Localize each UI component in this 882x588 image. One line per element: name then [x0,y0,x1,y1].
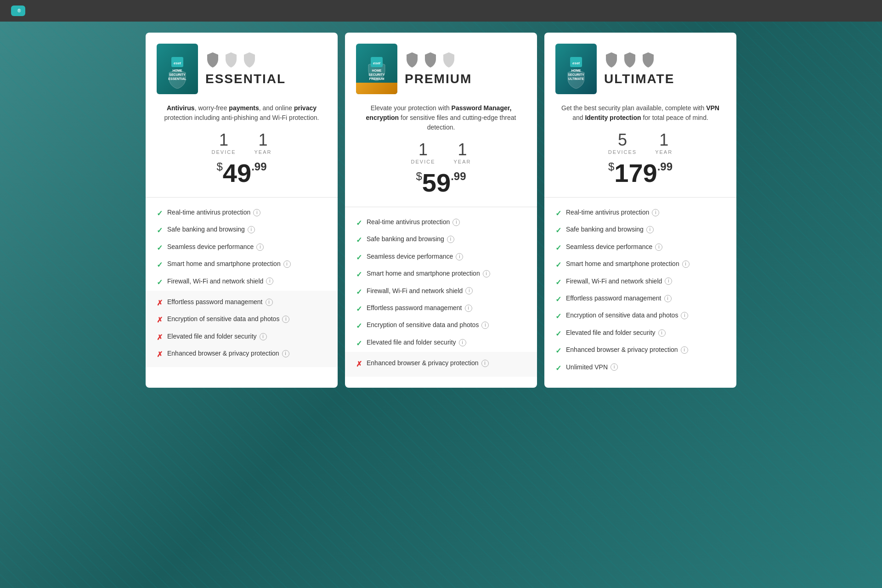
check-icon: ✓ [157,260,163,270]
info-icon[interactable]: i [282,316,289,323]
check-icon: ✓ [555,311,561,322]
device-year-row: 5 DEVICES 1 YEAR [555,132,725,155]
info-icon[interactable]: i [665,277,672,285]
feature-item: ✓ Encryption of sensitive data and photo… [555,308,725,325]
info-icon[interactable]: i [681,346,688,354]
info-icon[interactable]: i [248,226,255,233]
feature-item: ✓ Real-time antivirus protection i [555,205,725,222]
info-icon[interactable]: i [465,305,472,312]
shield-icons [604,51,725,68]
feature-item: ✓ Real-time antivirus protection i [157,205,327,222]
plan-card-ultimate: eset HOMESECURITYULTIMATE ULTIMATE Get t… [544,33,736,388]
devices-count: 1 [411,141,435,158]
feature-text: Unlimited VPN i [566,363,618,372]
features-included: ✓ Real-time antivirus protection i ✓ Saf… [356,215,526,352]
info-icon[interactable]: i [652,209,659,216]
feature-item: ✓ Firewall, Wi-Fi and network shield i [356,283,526,300]
check-icon: ✓ [157,226,163,236]
feature-text: Smart home and smartphone protection i [566,260,690,269]
feature-text-excluded: Enhanced browser & privacy protection i [167,349,289,358]
feature-text: Safe banking and browsing i [566,225,654,234]
info-icon[interactable]: i [481,360,489,367]
price-main: 49 [223,158,251,187]
features-included: ✓ Real-time antivirus protection i ✓ Saf… [555,205,725,377]
info-icon[interactable]: i [664,295,672,302]
device-year-row: 1 DEVICE 1 YEAR [157,132,327,155]
feature-item: ✓ Elevated file and folder security i [356,335,526,352]
year-item: 1 YEAR [254,132,272,155]
info-icon[interactable]: i [283,260,291,268]
info-icon[interactable]: i [260,333,267,340]
check-icon: ✓ [555,363,561,373]
feature-item: ✓ Firewall, Wi-Fi and network shield i [555,274,725,291]
check-icon: ✓ [555,226,561,236]
eset-logo: ® [11,6,25,16]
year-count: 1 [254,132,272,148]
feature-item-excluded: ✗ Effortless password management i [157,294,327,311]
info-icon[interactable]: i [483,270,490,277]
check-icon: ✓ [356,235,362,245]
feature-item: ✓ Seamless device performance i [157,239,327,256]
feature-text-excluded: Enhanced browser & privacy protection i [367,359,489,368]
plans-container: eset HOMESECURITYESSENTIAL ESSENTIAL Ant… [131,22,751,399]
site-header: ® [0,0,882,22]
check-icon: ✓ [555,329,561,339]
check-icon: ✓ [555,209,561,219]
check-icon: ✓ [356,304,362,314]
divider [544,197,736,198]
cross-icon: ✗ [356,359,362,369]
info-icon[interactable]: i [282,350,289,357]
check-icon: ✓ [555,243,561,253]
check-icon: ✓ [356,218,362,228]
product-box-essential: eset HOMESECURITYESSENTIAL [157,44,198,94]
info-icon[interactable]: i [682,260,690,268]
info-icon[interactable]: i [447,236,454,243]
price-row: $59.99 [356,170,526,196]
year-label: YEAR [454,159,471,164]
info-icon[interactable]: i [658,329,666,337]
feature-text: Seamless device performance i [367,252,463,261]
check-icon: ✓ [157,209,163,219]
feature-item: ✓ Effortless password management i [555,291,725,308]
plan-name: PREMIUM [405,72,526,86]
info-icon[interactable]: i [452,219,460,226]
info-icon[interactable]: i [611,363,618,371]
feature-item-excluded: ✗ Encryption of sensitive data and photo… [157,311,327,328]
feature-text: Seamless device performance i [566,243,662,252]
cross-icon: ✗ [157,298,163,308]
info-icon[interactable]: i [266,299,273,306]
feature-text-excluded: Elevated file and folder security i [167,332,267,341]
feature-item: ✓ Enhanced browser & privacy protection … [555,342,725,359]
feature-item: ✓ Seamless device performance i [356,249,526,266]
info-icon[interactable]: i [459,339,466,346]
price-symbol: $ [216,160,222,173]
year-item: 1 YEAR [655,132,673,155]
info-icon[interactable]: i [456,253,463,260]
check-icon: ✓ [157,277,163,288]
info-icon[interactable]: i [481,322,489,329]
info-icon[interactable]: i [646,226,654,233]
info-icon[interactable]: i [256,243,264,251]
feature-item: ✓ Real-time antivirus protection i [356,215,526,232]
cross-icon: ✗ [157,333,163,343]
features-included: ✓ Real-time antivirus protection i ✓ Saf… [157,205,327,291]
info-icon[interactable]: i [266,277,273,285]
check-icon: ✓ [555,294,561,305]
feature-item: ✓ Effortless password management i [356,300,526,317]
feature-text: Encryption of sensitive data and photos … [367,321,489,330]
info-icon[interactable]: i [465,287,473,294]
plan-title-area: ULTIMATE [604,51,725,86]
plan-name: ULTIMATE [604,72,725,86]
check-icon: ✓ [356,287,362,297]
year-item: 1 YEAR [454,141,471,164]
feature-item: ✓ Unlimited VPN i [555,360,725,377]
feature-item-excluded: ✗ Enhanced browser & privacy protection … [356,356,526,373]
info-icon[interactable]: i [253,209,260,216]
devices-label: DEVICE [411,159,435,164]
feature-item: ✓ Safe banking and browsing i [356,232,526,249]
info-icon[interactable]: i [681,312,688,319]
info-icon[interactable]: i [655,243,662,251]
check-icon: ✓ [555,277,561,288]
feature-item: ✓ Safe banking and browsing i [555,222,725,239]
plan-description: Elevate your protection with Password Ma… [356,103,526,132]
